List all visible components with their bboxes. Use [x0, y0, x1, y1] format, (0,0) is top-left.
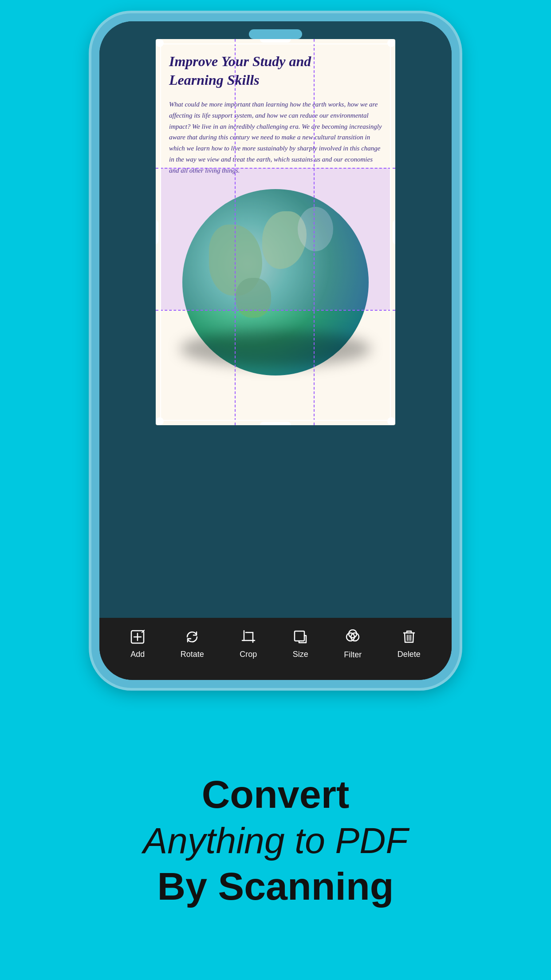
- size-icon: [293, 630, 307, 646]
- crop-label: Crop: [240, 650, 257, 659]
- document-area: Improve Your Study andLearning Skills Wh…: [99, 21, 452, 618]
- delete-icon: [402, 630, 416, 646]
- rotate-icon: [185, 630, 199, 646]
- toolbar-add[interactable]: Add: [130, 630, 145, 659]
- crop-handle-left[interactable]: [156, 220, 158, 245]
- phone-screen: Improve Your Study andLearning Skills Wh…: [99, 21, 452, 680]
- bottom-text-area: Convert Anything to PDF By Scanning: [0, 701, 551, 980]
- convert-sub2: By Scanning: [157, 865, 394, 908]
- phone-notch: [249, 29, 302, 39]
- filter-icon: [345, 629, 360, 647]
- filter-label: Filter: [344, 650, 362, 660]
- document-body: What could be more important than learni…: [169, 99, 382, 176]
- screen-content: Improve Your Study andLearning Skills Wh…: [99, 21, 452, 680]
- add-icon: [130, 630, 145, 646]
- toolbar-rotate[interactable]: Rotate: [181, 630, 204, 659]
- toolbar: Add Rotate: [99, 618, 452, 680]
- phone-area: Improve Your Study andLearning Skills Wh…: [0, 0, 551, 701]
- delete-label: Delete: [398, 650, 421, 659]
- document-text-area: Improve Your Study andLearning Skills Wh…: [156, 39, 395, 185]
- toolbar-delete[interactable]: Delete: [398, 630, 421, 659]
- convert-title: Convert: [202, 773, 350, 816]
- phone-frame: Improve Your Study andLearning Skills Wh…: [91, 13, 460, 688]
- crop-icon: [241, 630, 256, 646]
- crop-handle-bl[interactable]: [156, 417, 164, 425]
- document-title: Improve Your Study andLearning Skills: [169, 52, 382, 89]
- crop-handle-br[interactable]: [387, 417, 395, 425]
- toolbar-crop[interactable]: Crop: [240, 630, 257, 659]
- crop-handle-right[interactable]: [393, 220, 395, 245]
- earth-illustration: [169, 185, 382, 362]
- toolbar-filter[interactable]: Filter: [344, 629, 362, 660]
- rotate-label: Rotate: [181, 650, 204, 659]
- svg-rect-4: [295, 631, 304, 641]
- convert-subtitle: Anything to PDF: [143, 821, 408, 861]
- crop-handle-bottom[interactable]: [260, 422, 291, 425]
- add-label: Add: [130, 650, 145, 659]
- document-card: Improve Your Study andLearning Skills Wh…: [156, 39, 395, 425]
- toolbar-size[interactable]: Size: [293, 630, 308, 659]
- size-label: Size: [293, 650, 308, 659]
